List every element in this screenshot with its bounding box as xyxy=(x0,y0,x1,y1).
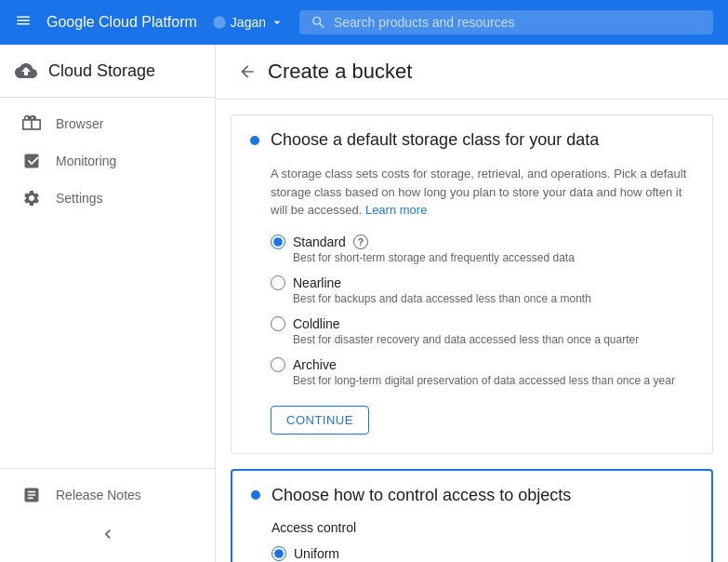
sidebar-item-monitoring[interactable]: Monitoring xyxy=(0,142,215,180)
radio-archive[interactable] xyxy=(271,357,285,372)
access-control-body: Access control Uniform Ensure uniform ac… xyxy=(232,520,711,563)
search-bar[interactable] xyxy=(299,10,713,34)
radio-coldline-description: Best for disaster recovery and data acce… xyxy=(293,333,694,346)
search-input[interactable] xyxy=(334,15,702,30)
sidebar-footer: Release Notes xyxy=(0,468,215,562)
content-area: Choose a default storage class for your … xyxy=(216,114,728,562)
storage-class-options: Standard ? Best for short-term storage a… xyxy=(271,234,694,387)
radio-item-archive: Archive Best for long-term digital prese… xyxy=(271,357,694,387)
storage-class-section-header: Choose a default storage class for your … xyxy=(232,115,712,165)
main-content: Create a bucket Choose a default storage… xyxy=(216,45,728,562)
sidebar-item-settings-label: Settings xyxy=(56,191,103,206)
layout: Cloud Storage Browser Monitoring Setting… xyxy=(0,45,728,562)
section-dot-2 xyxy=(251,490,260,500)
radio-uniform-label[interactable]: Uniform xyxy=(294,546,339,561)
storage-class-title: Choose a default storage class for your … xyxy=(271,130,599,150)
continue-button[interactable]: CONTINUE xyxy=(271,406,369,435)
sidebar-title: Cloud Storage xyxy=(48,61,155,81)
radio-uniform[interactable] xyxy=(271,546,286,561)
storage-class-description: A storage class sets costs for storage, … xyxy=(271,165,694,220)
access-control-section: Choose how to control access to objects … xyxy=(231,469,713,563)
radio-nearline[interactable] xyxy=(271,275,285,290)
sidebar-header: Cloud Storage xyxy=(0,45,215,98)
cloud-storage-icon xyxy=(15,60,37,82)
project-selector[interactable]: Jagan xyxy=(212,15,285,30)
sidebar-item-browser[interactable]: Browser xyxy=(0,105,215,142)
sidebar-item-browser-label: Browser xyxy=(56,116,103,131)
radio-coldline[interactable] xyxy=(271,316,285,331)
radio-standard-description: Best for short-term storage and frequent… xyxy=(293,251,694,264)
radio-item-nearline: Nearline Best for backups and data acces… xyxy=(271,275,694,305)
sidebar-item-settings[interactable]: Settings xyxy=(0,180,215,217)
access-control-section-header: Choose how to control access to objects xyxy=(232,471,711,520)
radio-nearline-label[interactable]: Nearline xyxy=(293,275,341,290)
back-button[interactable] xyxy=(238,62,257,81)
radio-standard[interactable] xyxy=(271,234,285,249)
collapse-sidebar-button[interactable] xyxy=(0,514,215,555)
radio-item-uniform: Uniform Ensure uniform access to all obj… xyxy=(271,546,693,563)
app-logo: Google Cloud Platform xyxy=(46,14,197,31)
page-header: Create a bucket xyxy=(216,45,728,100)
section-dot-1 xyxy=(250,136,259,145)
sidebar-item-release-notes-label: Release Notes xyxy=(56,488,141,502)
project-name: Jagan xyxy=(231,15,266,30)
learn-more-link-1[interactable]: Learn more xyxy=(365,203,427,217)
top-nav: Google Cloud Platform Jagan xyxy=(0,0,728,45)
access-control-title: Choose how to control access to objects xyxy=(271,486,571,505)
storage-class-section: Choose a default storage class for your … xyxy=(231,114,713,454)
menu-icon[interactable] xyxy=(15,12,32,33)
access-control-options: Uniform Ensure uniform access to all obj… xyxy=(271,546,693,563)
radio-standard-label[interactable]: Standard xyxy=(293,234,346,249)
sidebar-item-monitoring-label: Monitoring xyxy=(56,154,116,168)
sidebar-item-release-notes[interactable]: Release Notes xyxy=(0,476,215,514)
storage-class-body: A storage class sets costs for storage, … xyxy=(232,165,712,453)
radio-coldline-label[interactable]: Coldline xyxy=(293,316,340,331)
access-control-label: Access control xyxy=(271,520,693,535)
svg-point-0 xyxy=(213,16,225,28)
radio-archive-label[interactable]: Archive xyxy=(293,357,337,372)
sidebar: Cloud Storage Browser Monitoring Setting… xyxy=(0,45,216,562)
radio-nearline-description: Best for backups and data accessed less … xyxy=(293,292,694,305)
sidebar-nav: Browser Monitoring Settings xyxy=(0,98,215,468)
radio-item-coldline: Coldline Best for disaster recovery and … xyxy=(271,316,694,346)
radio-archive-description: Best for long-term digital preservation … xyxy=(293,374,694,387)
page-title: Create a bucket xyxy=(268,60,412,84)
standard-help-icon[interactable]: ? xyxy=(353,234,368,249)
radio-item-standard: Standard ? Best for short-term storage a… xyxy=(271,234,694,264)
